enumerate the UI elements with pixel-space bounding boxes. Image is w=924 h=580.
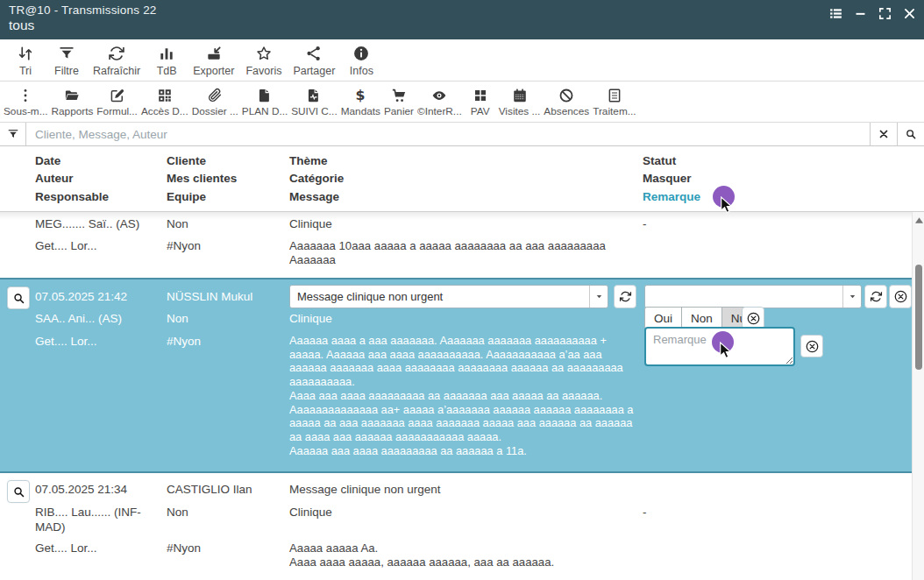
scrollbar-thumb[interactable]: [915, 265, 922, 370]
toolbar-label: Favoris: [245, 65, 281, 77]
window-title: TR@10 - Transmissions 22: [9, 4, 915, 17]
toolbar-traitements[interactable]: Traitem...: [593, 88, 636, 117]
scroll-up-button[interactable]: [913, 215, 924, 225]
clear-search-button[interactable]: [870, 123, 897, 145]
transmission-row[interactable]: 07.05.2025 21:34 CASTIGLIO Ilan Message …: [0, 473, 924, 580]
refresh-icon: [108, 45, 125, 62]
row-message: Aaaaaaa 10aaa aaaaa a aaaaa aaaaaaaa aa …: [289, 239, 642, 267]
statut-select[interactable]: [644, 285, 862, 308]
toolbar-partager[interactable]: Partager: [293, 45, 335, 77]
row-zoom-button[interactable]: [7, 480, 30, 503]
star-icon: [255, 45, 273, 62]
header-message[interactable]: Message: [289, 190, 339, 203]
row-mes-clientes: Non: [167, 217, 188, 230]
circle-x-icon: [893, 289, 908, 304]
toolbar-rapports[interactable]: Rapports: [51, 88, 93, 117]
toolbar-label: Sous-m...: [4, 105, 47, 117]
theme-refresh-button[interactable]: [614, 285, 636, 308]
toolbar-label: Visites ...: [499, 105, 541, 117]
toolbar-acces-distant[interactable]: Accès D...: [141, 88, 188, 117]
toolbar-mandats[interactable]: Mandats: [341, 88, 380, 117]
header-equipe[interactable]: Equipe: [167, 190, 206, 203]
cart-icon: [391, 88, 407, 103]
toolbar-primary: Tri Filtre Rafraîchir TdB Exporter Favor…: [0, 39, 924, 81]
row-categorie: Clinique: [289, 217, 332, 230]
toolbar-label: Tri: [19, 65, 32, 77]
maximize-icon[interactable]: [878, 6, 892, 21]
transmission-row-partial[interactable]: MEG....... Saï.. (AS) Non Clinique - Get…: [0, 212, 924, 278]
toolbar-plan[interactable]: PLAN D...: [242, 88, 288, 117]
toolbar-panier[interactable]: Panier: [384, 88, 414, 117]
minimize-icon[interactable]: [853, 6, 868, 21]
toolbar-filtre[interactable]: Filtre: [52, 45, 82, 77]
row-auteur: SAA.. Ani... (AS): [35, 312, 122, 325]
eye-icon: [431, 88, 447, 103]
header-statut[interactable]: Statut: [643, 154, 676, 167]
row-date: 07.05.2025 21:34: [35, 483, 127, 496]
header-categorie[interactable]: Catégorie: [289, 172, 344, 185]
paperclip-icon: [207, 88, 223, 103]
toolbar-label: Formul...: [96, 105, 138, 117]
toolbar-exporter[interactable]: Exporter: [193, 45, 234, 77]
window-controls: [828, 6, 917, 21]
header-date[interactable]: Date: [35, 154, 60, 167]
header-masquer[interactable]: Masquer: [643, 172, 692, 185]
toolbar-label: ©InterR...: [417, 105, 462, 117]
remarque-clear-button[interactable]: [800, 335, 823, 357]
toolbar-formulaires[interactable]: Formul...: [96, 88, 138, 117]
row-statut: -: [643, 217, 647, 230]
statut-refresh-button[interactable]: [864, 285, 887, 308]
qr-code-icon: [157, 88, 173, 103]
row-responsable: Get.... Lor...: [35, 335, 97, 348]
toolbar-pav[interactable]: PAV: [466, 88, 495, 117]
toolbar-label: Rapports: [51, 105, 93, 117]
header-theme[interactable]: Thème: [289, 154, 328, 167]
magnifier-icon: [12, 485, 25, 499]
toolbar-sous-menu[interactable]: Sous-m...: [4, 88, 47, 117]
ban-icon: [558, 88, 574, 103]
search-input[interactable]: [26, 123, 870, 145]
kebab-icon: [18, 88, 33, 103]
toolbar-label: Absences: [544, 105, 589, 117]
header-responsable[interactable]: Responsable: [35, 190, 109, 203]
toolbar-tdb[interactable]: TdB: [152, 45, 181, 77]
close-icon[interactable]: [902, 6, 917, 21]
search-button[interactable]: [897, 123, 924, 145]
toolbar-tri[interactable]: Tri: [11, 45, 40, 77]
toolbar-absences[interactable]: Absences: [544, 88, 589, 117]
toolbar-interrai[interactable]: ©InterR...: [417, 88, 462, 117]
mouse-cursor-icon: [719, 342, 733, 359]
toolbar-infos[interactable]: Infos: [346, 45, 376, 77]
file-pulse-icon: [306, 88, 322, 103]
toolbar-label: Rafraîchir: [93, 65, 140, 77]
toolbar-rafraichir[interactable]: Rafraîchir: [93, 45, 140, 77]
row-responsable: Get.... Lor...: [35, 239, 97, 252]
magnifier-icon: [12, 292, 25, 305]
chevron-down-icon: [842, 286, 861, 308]
grid-icon: [473, 88, 488, 103]
toolbar-favoris[interactable]: Favoris: [245, 45, 281, 77]
header-cliente[interactable]: Cliente: [167, 154, 206, 167]
search-icon: [905, 128, 917, 140]
row-cliente: CASTIGLIO Ilan: [167, 483, 252, 496]
statut-clear-button[interactable]: [889, 285, 912, 308]
toolbar-label: SUIVI C...: [291, 105, 337, 117]
mouse-cursor-icon: [720, 196, 734, 214]
row-statut: -: [643, 506, 647, 519]
toolbar-dossier[interactable]: Dossier ...: [192, 88, 238, 117]
theme-select[interactable]: Message clinique non urgent: [289, 285, 608, 308]
header-remarque-link[interactable]: Remarque: [643, 190, 700, 203]
header-mes-clientes[interactable]: Mes clientes: [167, 172, 237, 185]
row-zoom-button[interactable]: [7, 286, 30, 309]
toolbar-visites[interactable]: Visites ...: [499, 88, 541, 117]
row-equipe: #Nyon: [167, 239, 201, 252]
refresh-icon: [619, 290, 632, 303]
row-mes-clientes: Non: [167, 506, 188, 519]
row-responsable: Get.... Lor...: [35, 541, 97, 555]
vertical-scrollbar[interactable]: [912, 212, 924, 580]
toolbar-suivi[interactable]: SUIVI C...: [291, 88, 337, 117]
transmission-row-selected[interactable]: 07.05.2025 21:42 NÜSSLIN Mukul Message c…: [0, 278, 924, 473]
header-auteur[interactable]: Auteur: [35, 172, 74, 185]
menu-list-icon[interactable]: [828, 6, 843, 21]
sort-icon: [17, 45, 34, 62]
